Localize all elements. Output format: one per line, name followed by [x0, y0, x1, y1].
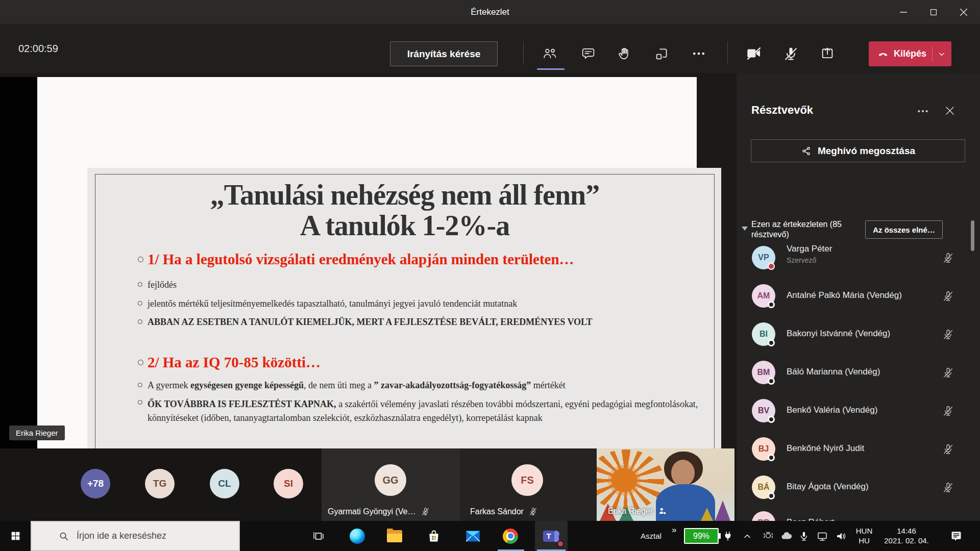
panel-more-button[interactable] [916, 105, 929, 118]
task-view-button[interactable] [307, 521, 330, 551]
bullet-text: A gyermek [148, 380, 190, 390]
language-line1: HUN [851, 526, 877, 536]
participant-role: Szervező [787, 256, 816, 264]
slide-bullet: A gyermek egységesen gyenge képességű, d… [148, 380, 566, 391]
close-icon [958, 7, 969, 18]
participant-row[interactable]: VP Varga Péter Szervező [737, 239, 971, 277]
participants-button[interactable] [537, 41, 563, 66]
share-invite-icon [801, 145, 812, 157]
participant-avatar[interactable]: CL [210, 469, 239, 498]
tapestry-shape [715, 500, 730, 521]
taskbar-search-input[interactable] [77, 531, 225, 541]
mic-off-icon[interactable] [942, 366, 954, 379]
mail-button[interactable] [461, 521, 484, 551]
participant-row[interactable]: BV Benkő Valéria (Vendég) [737, 392, 971, 430]
microphone-icon [798, 531, 810, 542]
plug-icon [722, 531, 733, 542]
teams-taskbar-button[interactable]: T [535, 521, 568, 551]
tray-overflow-chevron[interactable]: » [672, 525, 676, 535]
participant-row[interactable]: BM Báló Marianna (Vendég) [737, 354, 971, 392]
participants-panel: Résztvevők Meghívó megosztása Ezen az ér… [737, 73, 980, 521]
panel-scrollbar[interactable] [971, 220, 974, 251]
section-collapse-icon[interactable] [742, 227, 748, 231]
mic-toggle-button[interactable] [778, 41, 803, 66]
teams-icon: T [543, 529, 559, 544]
participant-tile[interactable]: FS Farkas Sándor [460, 448, 597, 521]
panel-close-button[interactable] [944, 105, 956, 117]
ellipsis-icon [691, 46, 706, 61]
participant-name: Varga Péter [787, 244, 832, 254]
network-tray-button[interactable] [814, 521, 831, 551]
battery-indicator[interactable]: 99% [684, 528, 719, 544]
raise-hand-button[interactable] [612, 41, 638, 66]
tapestry-shape [701, 508, 713, 521]
search-icon [58, 531, 69, 542]
participant-tile[interactable]: GG Gyarmati Gyöngyi (Ve… [322, 448, 460, 521]
share-invite-button[interactable]: Meghívó megosztása [751, 139, 965, 162]
bullet-text-bold: ” zavar-akadályozottság-fogyatékosság” [374, 380, 531, 390]
participant-name: Báló Marianna (Vendég) [787, 367, 880, 377]
mic-off-icon[interactable] [942, 290, 954, 303]
participant-name: Bakonyi Istvánné (Vendég) [787, 329, 890, 339]
share-screen-button[interactable] [815, 41, 840, 66]
start-button[interactable] [0, 521, 31, 551]
leave-button[interactable]: Kilépés [869, 41, 951, 66]
clock[interactable]: 14:46 2021. 02. 04. [881, 526, 932, 545]
participant-avatar[interactable]: SI [274, 469, 303, 498]
participant-row[interactable]: BJ Benkőné Nyirő Judit [737, 430, 971, 468]
people-icon [543, 46, 558, 61]
microsoft-store-button[interactable] [423, 521, 445, 551]
mic-off-icon[interactable] [942, 481, 954, 494]
leave-options-button[interactable] [933, 49, 951, 59]
edge-taskbar-button[interactable] [346, 521, 369, 551]
chrome-taskbar-button[interactable] [499, 521, 522, 551]
mute-all-button[interactable]: Az összes elné… [865, 220, 943, 239]
leave-main[interactable]: Kilépés [869, 48, 932, 60]
panel-title: Résztvevők [751, 104, 813, 117]
action-center-button[interactable] [944, 521, 968, 551]
speaker-icon [835, 530, 847, 542]
participant-row[interactable]: BR Bacz Róbert [737, 504, 971, 521]
tapestry-sun-core [611, 468, 638, 492]
desktop-toggle-label[interactable]: Asztal [641, 531, 662, 541]
windows-logo-icon [10, 531, 21, 541]
power-plug-tray-button[interactable] [720, 521, 736, 551]
overflow-count-avatar[interactable]: +78 [81, 469, 110, 498]
language-indicator[interactable]: HUN HU [851, 526, 877, 545]
participants-active-underline [537, 68, 565, 70]
window-title: Értekezlet [0, 0, 980, 24]
slide-title-line2: A tanulók 1-2%-a [95, 209, 714, 242]
more-actions-button[interactable] [686, 41, 712, 66]
teams-notification-dot [557, 540, 564, 547]
mic-off-icon[interactable] [942, 443, 954, 456]
request-control-button[interactable]: Irányítás kérése [390, 41, 498, 66]
mic-off-icon[interactable] [942, 252, 954, 264]
volume-tray-button[interactable] [832, 521, 850, 551]
bullet-text: mértékét [531, 380, 565, 390]
slide-bullet: ŐK TOVÁBBRA IS FEJLESZTÉST KAPNAK, a sza… [148, 397, 703, 425]
cloud-icon [780, 530, 793, 543]
mic-off-icon [528, 507, 538, 516]
show-hidden-icons-button[interactable] [739, 521, 755, 551]
participant-row[interactable]: AM Antalné Palkó Mária (Vendég) [737, 277, 971, 315]
maximize-button[interactable] [922, 0, 945, 24]
participant-row[interactable]: BI Bakonyi Istvánné (Vendég) [737, 315, 971, 354]
taskbar-search[interactable] [31, 521, 240, 551]
chat-button[interactable] [575, 41, 601, 66]
close-button[interactable] [952, 0, 975, 24]
participant-name: Benkő Valéria (Vendég) [787, 405, 877, 415]
mic-off-icon[interactable] [942, 405, 954, 417]
participant-avatar[interactable]: TG [145, 469, 175, 498]
file-explorer-button[interactable] [383, 521, 406, 551]
onedrive-tray-button[interactable] [778, 521, 795, 551]
microphone-tray-button[interactable] [796, 521, 812, 551]
breakout-rooms-button[interactable] [649, 41, 674, 66]
webcam-tray-button[interactable] [760, 521, 777, 551]
camera-toggle-button[interactable] [741, 41, 767, 66]
tile-name-label: Farkas Sándor [470, 507, 524, 516]
minimize-button[interactable] [892, 0, 915, 24]
mic-off-icon[interactable] [942, 328, 954, 341]
participant-row[interactable]: BÁ Bitay Ágota (Vendég) [737, 468, 971, 507]
tile-name-label: Erika Rieger [608, 507, 653, 516]
video-tile[interactable]: Erika Rieger [597, 448, 734, 521]
